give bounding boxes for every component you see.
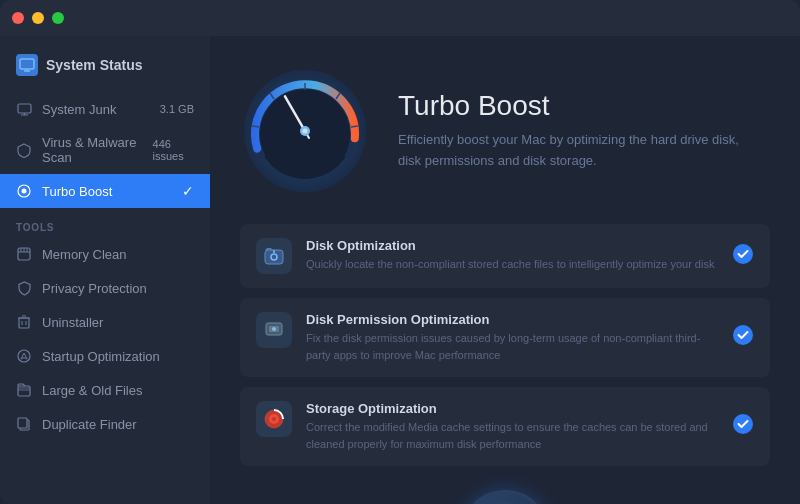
svg-rect-21 — [18, 418, 27, 428]
storage-desc: Correct the modified Media cache setting… — [306, 419, 718, 452]
sidebar-item-system-junk[interactable]: System Junk 3.1 GB — [0, 92, 210, 126]
hero-desc: Efficiently boost your Mac by optimizing… — [398, 130, 748, 172]
sidebar-item-label-turbo: Turbo Boost — [42, 184, 112, 199]
svg-rect-3 — [18, 104, 31, 113]
svg-rect-13 — [19, 318, 29, 328]
sidebar-item-label-startup: Startup Optimization — [42, 349, 160, 364]
hero-text: Turbo Boost Efficiently boost your Mac b… — [398, 90, 748, 172]
uninstaller-icon — [16, 314, 32, 330]
app-title: System Status — [46, 57, 142, 73]
svg-point-40 — [733, 325, 753, 345]
storage-icon — [256, 401, 292, 437]
gauge-svg — [240, 66, 370, 196]
sidebar-item-turbo-boost[interactable]: Turbo Boost ✓ — [0, 174, 210, 208]
disk-optimization-title: Disk Optimization — [306, 238, 714, 253]
minimize-button[interactable] — [32, 12, 44, 24]
svg-point-7 — [22, 189, 27, 194]
svg-point-32 — [303, 129, 308, 134]
feature-list: Disk Optimization Quickly locate the non… — [240, 224, 770, 466]
turbo-boost-icon — [16, 183, 32, 199]
sidebar-item-label-virus: Virus & Malware Scan — [42, 135, 143, 165]
large-files-icon — [16, 382, 32, 398]
svg-rect-19 — [18, 386, 30, 396]
sidebar-item-label-system-junk: System Junk — [42, 102, 116, 117]
sidebar-item-label-uninstaller: Uninstaller — [42, 315, 103, 330]
boost-button-wrap: Boost — [240, 490, 770, 504]
sidebar-item-duplicate-finder[interactable]: Duplicate Finder — [0, 407, 210, 441]
duplicate-icon — [16, 416, 32, 432]
hero-title: Turbo Boost — [398, 90, 748, 122]
memory-clean-icon — [16, 246, 32, 262]
svg-line-26 — [252, 126, 259, 127]
feature-card-disk-optimization: Disk Optimization Quickly locate the non… — [240, 224, 770, 288]
sidebar-item-label-privacy: Privacy Protection — [42, 281, 147, 296]
sidebar-badge-virus: 446 issues — [153, 138, 194, 162]
app-layout: System Status System Junk 3.1 GB Virus &… — [0, 36, 800, 504]
svg-rect-0 — [20, 59, 34, 69]
privacy-icon — [16, 280, 32, 296]
turbo-check-icon: ✓ — [182, 183, 194, 199]
disk-optimization-desc: Quickly locate the non-compliant stored … — [306, 256, 714, 273]
storage-check — [732, 413, 754, 440]
disk-optimization-text: Disk Optimization Quickly locate the non… — [306, 238, 714, 273]
disk-permission-text: Disk Permission Optimization Fix the dis… — [306, 312, 718, 363]
sidebar: System Status System Junk 3.1 GB Virus &… — [0, 36, 210, 504]
sidebar-item-label-memory: Memory Clean — [42, 247, 127, 262]
app-icon — [16, 54, 38, 76]
feature-card-storage: Storage Optimization Correct the modifie… — [240, 387, 770, 466]
sidebar-header: System Status — [0, 46, 210, 92]
startup-icon — [16, 348, 32, 364]
disk-permission-title: Disk Permission Optimization — [306, 312, 718, 327]
close-button[interactable] — [12, 12, 24, 24]
storage-text: Storage Optimization Correct the modifie… — [306, 401, 718, 452]
sidebar-item-memory-clean[interactable]: Memory Clean — [0, 237, 210, 271]
disk-permission-check — [732, 324, 754, 351]
svg-line-28 — [351, 126, 358, 127]
sidebar-item-label-duplicate: Duplicate Finder — [42, 417, 137, 432]
disk-optimization-check — [732, 243, 754, 270]
sidebar-item-startup[interactable]: Startup Optimization — [0, 339, 210, 373]
feature-card-disk-permission: Disk Permission Optimization Fix the dis… — [240, 298, 770, 377]
svg-point-18 — [18, 350, 30, 362]
hero-section: Turbo Boost Efficiently boost your Mac b… — [240, 66, 770, 196]
storage-title: Storage Optimization — [306, 401, 718, 416]
disk-permission-icon — [256, 312, 292, 348]
sidebar-item-privacy-protection[interactable]: Privacy Protection — [0, 271, 210, 305]
svg-point-44 — [733, 414, 753, 434]
sidebar-item-virus-malware[interactable]: Virus & Malware Scan 446 issues — [0, 126, 210, 174]
tools-section-label: Tools — [0, 208, 210, 237]
boost-button[interactable]: Boost — [460, 490, 550, 504]
sidebar-item-uninstaller[interactable]: Uninstaller — [0, 305, 210, 339]
svg-point-39 — [272, 327, 276, 331]
sidebar-item-large-files[interactable]: Large & Old Files — [0, 373, 210, 407]
sidebar-item-label-large-files: Large & Old Files — [42, 383, 142, 398]
system-junk-icon — [16, 101, 32, 117]
main-content: Turbo Boost Efficiently boost your Mac b… — [210, 36, 800, 504]
sidebar-badge-system-junk: 3.1 GB — [160, 103, 194, 115]
maximize-button[interactable] — [52, 12, 64, 24]
disk-optimization-icon — [256, 238, 292, 274]
gauge-container — [240, 66, 370, 196]
svg-point-36 — [733, 244, 753, 264]
svg-point-43 — [272, 417, 276, 421]
disk-permission-desc: Fix the disk permission issues caused by… — [306, 330, 718, 363]
virus-malware-icon — [16, 142, 32, 158]
titlebar — [0, 0, 800, 36]
